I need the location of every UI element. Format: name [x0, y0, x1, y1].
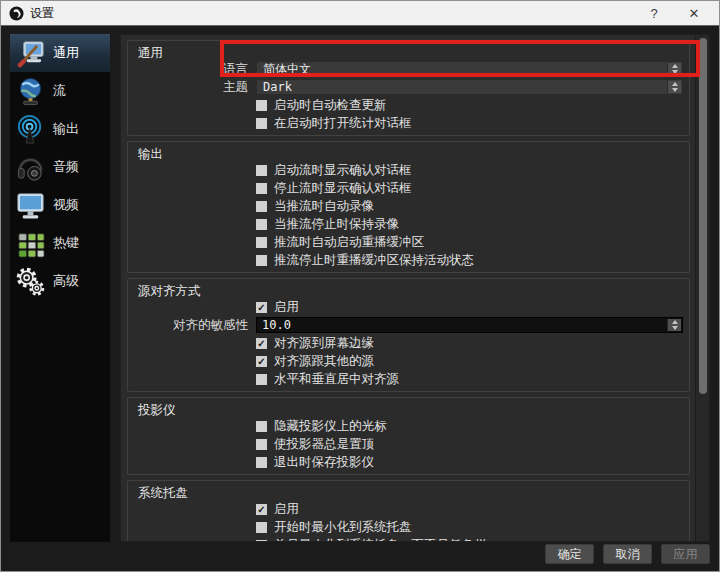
- general-icon: [15, 38, 46, 69]
- vertical-scrollbar[interactable]: [695, 35, 709, 541]
- obs-logo-icon: [9, 6, 24, 21]
- checkbox-row: 水平和垂直居中对齐源: [256, 371, 683, 388]
- checkbox-row: 启动流时显示确认对话框: [256, 162, 683, 179]
- checkbox-unchecked[interactable]: [256, 255, 267, 266]
- check-row: 使投影器总是置顶: [134, 435, 683, 453]
- checkbox-unchecked[interactable]: [256, 374, 267, 385]
- checkbox-row: 使投影器总是置顶: [256, 436, 683, 453]
- cancel-button[interactable]: 取消: [603, 544, 652, 564]
- check-row: 当推流停止时保持录像: [134, 215, 683, 233]
- checkbox-unchecked[interactable]: [256, 421, 267, 432]
- checkbox-label[interactable]: 启用: [274, 299, 299, 316]
- sidebar-item-output[interactable]: 输出: [10, 110, 110, 148]
- checkbox-row: 开始时最小化到系统托盘: [256, 519, 683, 536]
- checkbox-label[interactable]: 当推流停止时保持录像: [274, 216, 399, 233]
- sidebar-item-hotkeys[interactable]: 热键: [10, 224, 110, 262]
- output-icon: [15, 114, 46, 145]
- check-row: 推流停止时重播缓冲区保持活动状态: [134, 251, 683, 269]
- sidebar-item-general[interactable]: 通用: [10, 34, 110, 72]
- checkbox-label[interactable]: 在启动时打开统计对话框: [274, 115, 412, 132]
- checkbox-row: 在启动时打开统计对话框: [256, 115, 683, 132]
- checkbox-label[interactable]: 推流停止时重播缓冲区保持活动状态: [274, 252, 474, 269]
- checkbox-label[interactable]: 隐藏投影仪上的光标: [274, 418, 387, 435]
- combo-row: 语言简体中文: [134, 60, 683, 78]
- checkbox-row: 隐藏投影仪上的光标: [256, 418, 683, 435]
- audio-icon: [15, 152, 46, 183]
- checkbox-label[interactable]: 水平和垂直居中对齐源: [274, 371, 399, 388]
- checkbox-label[interactable]: 对齐源跟其他的源: [274, 353, 374, 370]
- field-label: 语言: [134, 61, 256, 78]
- checkbox-unchecked[interactable]: [256, 165, 267, 176]
- group-title: 投影仪: [134, 401, 683, 417]
- checkbox-label[interactable]: 启动时自动检查更新: [274, 97, 387, 114]
- dialog-body: 通用流输出音频视频热键高级 通用语言简体中文主题Dark启动时自动检查更新在启动…: [10, 34, 710, 542]
- group-title: 源对齐方式: [134, 282, 683, 298]
- checkbox-checked[interactable]: ✓: [256, 356, 267, 367]
- help-button[interactable]: ?: [637, 6, 671, 21]
- check-row: 停止流时显示确认对话框: [134, 179, 683, 197]
- combo-box[interactable]: Dark: [256, 79, 683, 95]
- checkbox-unchecked[interactable]: [256, 201, 267, 212]
- checkbox-label[interactable]: 使投影器总是置顶: [274, 436, 374, 453]
- checkbox-label[interactable]: 总是最小化到系统托盘，而不是任务栏: [274, 537, 487, 543]
- checkbox-label[interactable]: 启用: [274, 501, 299, 518]
- checkbox-row: ✓启用: [256, 299, 683, 316]
- advanced-icon: [15, 266, 46, 297]
- checkbox-label[interactable]: 当推流时自动录像: [274, 198, 374, 215]
- settings-group-snapping: 源对齐方式✓启用对齐的敏感性10.0✓对齐源到屏幕边缘✓对齐源跟其他的源水平和垂…: [127, 278, 690, 392]
- checkbox-checked[interactable]: ✓: [256, 504, 267, 515]
- ok-button[interactable]: 确定: [545, 544, 594, 564]
- check-row: ✓对齐源到屏幕边缘: [134, 334, 683, 352]
- field-value: 10.0: [262, 318, 291, 332]
- field-value: 简体中文: [263, 61, 311, 78]
- checkbox-checked[interactable]: ✓: [256, 302, 267, 313]
- checkbox-unchecked[interactable]: [256, 219, 267, 230]
- sidebar-item-label: 视频: [53, 196, 79, 214]
- checkbox-unchecked[interactable]: [256, 183, 267, 194]
- spinner-arrows-icon[interactable]: [667, 319, 681, 331]
- combo-box[interactable]: 简体中文: [256, 61, 683, 77]
- scrollbar-thumb[interactable]: [699, 38, 707, 394]
- sidebar-item-audio[interactable]: 音频: [10, 148, 110, 186]
- checkbox-row: ✓启用: [256, 501, 683, 518]
- check-row: 推流时自动启动重播缓冲区: [134, 233, 683, 251]
- sidebar-item-stream[interactable]: 流: [10, 72, 110, 110]
- checkbox-label[interactable]: 开始时最小化到系统托盘: [274, 519, 412, 536]
- checkbox-checked[interactable]: ✓: [256, 338, 267, 349]
- settings-scroll-area: 通用语言简体中文主题Dark启动时自动检查更新在启动时打开统计对话框输出启动流时…: [120, 34, 710, 542]
- checkbox-label[interactable]: 推流时自动启动重播缓冲区: [274, 234, 424, 251]
- sidebar-item-video[interactable]: 视频: [10, 186, 110, 224]
- sidebar-item-label: 高级: [53, 272, 79, 290]
- checkbox-unchecked[interactable]: [256, 237, 267, 248]
- checkbox-label[interactable]: 停止流时显示确认对话框: [274, 180, 412, 197]
- window-title: 设置: [30, 5, 631, 22]
- sidebar-item-advanced[interactable]: 高级: [10, 262, 110, 300]
- checkbox-unchecked[interactable]: [256, 439, 267, 450]
- settings-group-general: 通用语言简体中文主题Dark启动时自动检查更新在启动时打开统计对话框: [127, 40, 690, 136]
- check-row: 开始时最小化到系统托盘: [134, 518, 683, 536]
- checkbox-row: 启动时自动检查更新: [256, 97, 683, 114]
- spinner-arrows-icon[interactable]: [667, 63, 681, 75]
- check-row: 在启动时打开统计对话框: [134, 114, 683, 132]
- checkbox-label[interactable]: 退出时保存投影仪: [274, 454, 374, 471]
- spin-row: 对齐的敏感性10.0: [134, 316, 683, 334]
- checkbox-unchecked[interactable]: [256, 457, 267, 468]
- settings-group-systemtray: 系统托盘✓启用开始时最小化到系统托盘总是最小化到系统托盘，而不是任务栏: [127, 480, 690, 542]
- close-button[interactable]: ✕: [677, 6, 711, 21]
- spinner-arrows-icon[interactable]: [667, 81, 681, 93]
- apply-button[interactable]: 应用: [661, 544, 710, 564]
- group-title: 通用: [134, 44, 683, 60]
- checkbox-label[interactable]: 对齐源到屏幕边缘: [274, 335, 374, 352]
- checkbox-unchecked[interactable]: [256, 118, 267, 129]
- check-row: 退出时保存投影仪: [134, 453, 683, 471]
- checkbox-unchecked[interactable]: [256, 100, 267, 111]
- checkbox-row: 当推流停止时保持录像: [256, 216, 683, 233]
- stream-icon: [15, 76, 46, 107]
- check-row: 启动时自动检查更新: [134, 96, 683, 114]
- spin-box[interactable]: 10.0: [256, 317, 683, 333]
- group-title: 输出: [134, 145, 683, 161]
- checkbox-unchecked[interactable]: [256, 522, 267, 533]
- checkbox-unchecked[interactable]: [256, 540, 267, 543]
- checkbox-label[interactable]: 启动流时显示确认对话框: [274, 162, 412, 179]
- sidebar-item-label: 输出: [53, 120, 79, 138]
